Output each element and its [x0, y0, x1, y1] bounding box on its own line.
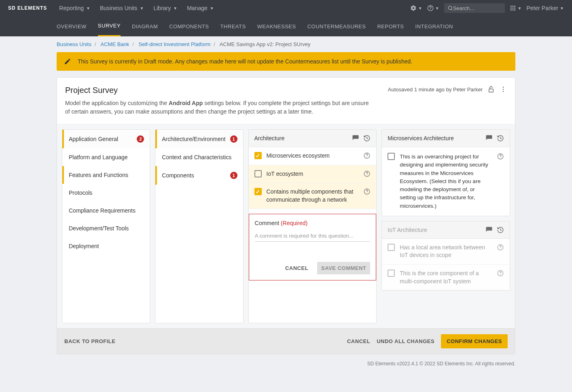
apps-icon	[510, 5, 516, 11]
search-icon	[447, 5, 453, 11]
cat-dev-test-tools[interactable]: Development/Test Tools	[62, 219, 150, 237]
nav-business-units[interactable]: Business Units▼	[100, 5, 144, 11]
subcat-components[interactable]: Components 1	[155, 166, 243, 185]
cat-label: Platform and Language	[69, 154, 128, 160]
svg-point-20	[367, 175, 367, 175]
panel-title: IoT Architecture	[388, 227, 427, 233]
cat-application-general[interactable]: Application General 2	[62, 130, 150, 148]
crumb-platform[interactable]: Self-direct Investment Platform	[139, 41, 211, 47]
crumb-business-units[interactable]: Business Units	[57, 41, 91, 47]
check-multi-components: Contains multiple components that commun…	[249, 183, 377, 209]
tab-countermeasures[interactable]: COUNTERMEASURES	[307, 17, 366, 36]
nav-manage[interactable]: Manage▼	[187, 5, 214, 11]
panel-desc: This is an overarching project for desig…	[400, 153, 492, 210]
cancel-comment-button[interactable]: CANCEL	[281, 262, 312, 274]
footer-right: CANCEL UNDO ALL CHANGES CONFIRM CHANGES	[347, 334, 508, 348]
user-menu[interactable]: Peter Parker ▼	[527, 5, 564, 11]
apps-menu[interactable]: ▼	[510, 5, 522, 11]
checkbox[interactable]	[254, 170, 262, 177]
comment-buttons: CANCEL SAVE COMMENT	[255, 262, 371, 274]
autosave-text: Autosaved 1 minute ago by Peter Parker	[388, 86, 483, 93]
help-icon[interactable]	[363, 152, 371, 159]
check-label: IoT ecosystem	[267, 170, 359, 178]
comment-input[interactable]	[255, 230, 371, 242]
survey-card: Project Survey Model the application by …	[57, 77, 515, 354]
help-icon[interactable]	[497, 270, 504, 277]
svg-point-1	[430, 9, 430, 10]
checkbox[interactable]	[254, 188, 262, 195]
brand-logo: SD ELEMENTS	[8, 5, 47, 11]
detail-column: Microservices Architecture This is an ov…	[381, 129, 510, 323]
check-label: This is the core component of a multi-co…	[400, 270, 492, 285]
confirm-changes-button[interactable]: CONFIRM CHANGES	[441, 334, 508, 348]
chevron-down-icon: ▼	[140, 6, 144, 11]
nav-library[interactable]: Library▼	[153, 5, 177, 11]
check-iot-lan: Has a local area network between IoT dev…	[382, 239, 510, 265]
category-column: Application General 2 Platform and Langu…	[62, 129, 150, 323]
checkbox[interactable]	[388, 270, 395, 277]
topbar-right: ▼ ▼ ▼ Peter Parker ▼	[410, 3, 564, 13]
crumb-sep: /	[95, 41, 96, 47]
crumb-sep: /	[214, 41, 215, 47]
cat-features-functions[interactable]: Features and Functions	[62, 166, 150, 184]
cat-label: Context and Characteristics	[162, 154, 231, 160]
subcat-context-characteristics[interactable]: Context and Characteristics	[155, 148, 243, 166]
top-nav: Reporting▼ Business Units▼ Library▼ Mana…	[59, 5, 410, 11]
help-icon[interactable]	[497, 244, 504, 251]
check-iot-core: This is the core component of a multi-co…	[382, 265, 510, 290]
svg-rect-7	[511, 8, 512, 9]
cancel-button[interactable]: CANCEL	[347, 338, 370, 344]
crumb-acme-bank[interactable]: ACME Bank	[101, 41, 129, 47]
tab-overview[interactable]: OVERVIEW	[57, 17, 87, 36]
cat-protocols[interactable]: Protocols	[62, 184, 150, 202]
tab-survey[interactable]: SURVEY	[98, 16, 121, 36]
history-icon[interactable]	[497, 135, 504, 142]
lock-open-icon[interactable]	[487, 86, 495, 93]
topbar: SD ELEMENTS Reporting▼ Business Units▼ L…	[0, 0, 572, 16]
cat-compliance[interactable]: Compliance Requirements	[62, 202, 150, 219]
svg-point-18	[367, 157, 367, 157]
help-icon[interactable]	[497, 153, 504, 210]
panel-microservices-arch: Microservices Architecture This is an ov…	[381, 129, 510, 216]
tab-weaknesses[interactable]: WEAKNESSES	[257, 17, 296, 36]
checkbox[interactable]	[254, 152, 262, 159]
comment-icon[interactable]	[485, 226, 493, 234]
subcat-architecture-environment[interactable]: Architecture/Environment 1	[155, 130, 243, 148]
chevron-down-icon: ▼	[210, 6, 214, 11]
history-icon[interactable]	[363, 135, 371, 142]
cat-platform-language[interactable]: Platform and Language	[62, 148, 150, 166]
undo-all-button[interactable]: UNDO ALL CHANGES	[377, 338, 434, 344]
help-icon[interactable]	[363, 188, 371, 195]
tab-reports[interactable]: REPORTS	[377, 17, 404, 36]
tab-threats[interactable]: THREATS	[220, 17, 246, 36]
checkbox[interactable]	[388, 244, 395, 251]
checkbox[interactable]	[388, 153, 395, 160]
desc-bold: Android App	[169, 100, 203, 106]
nav-reporting[interactable]: Reporting▼	[59, 5, 90, 11]
svg-rect-12	[514, 9, 515, 11]
help-menu[interactable]: ▼	[427, 5, 439, 11]
tab-components[interactable]: COMPONENTS	[169, 17, 209, 36]
tab-diagram[interactable]: DIAGRAM	[132, 17, 158, 36]
history-icon[interactable]	[497, 226, 504, 234]
help-icon[interactable]	[363, 170, 371, 177]
panel-header: Microservices Architecture	[382, 130, 510, 147]
search-input[interactable]	[453, 5, 502, 11]
nav-label: Library	[153, 5, 171, 11]
cat-label: Compliance Requirements	[69, 207, 136, 214]
tab-integration[interactable]: INTEGRATION	[415, 17, 453, 36]
svg-rect-6	[514, 6, 515, 7]
comment-icon[interactable]	[352, 135, 359, 142]
card-header: Project Survey Model the application by …	[57, 78, 515, 124]
back-to-profile-button[interactable]: BACK TO PROFILE	[64, 338, 115, 344]
help-icon	[427, 5, 434, 11]
tabs-row: OVERVIEW SURVEY DIAGRAM COMPONENTS THREA…	[0, 16, 572, 36]
settings-menu[interactable]: ▼	[410, 5, 422, 11]
more-icon[interactable]	[500, 86, 507, 93]
comment-icon[interactable]	[485, 135, 493, 142]
nav-label: Business Units	[100, 5, 138, 11]
panel-icons	[352, 135, 371, 142]
panel-iot-arch: IoT Architecture Has a local area networ…	[381, 221, 510, 291]
search-box[interactable]	[444, 3, 505, 13]
cat-deployment[interactable]: Deployment	[62, 237, 150, 255]
